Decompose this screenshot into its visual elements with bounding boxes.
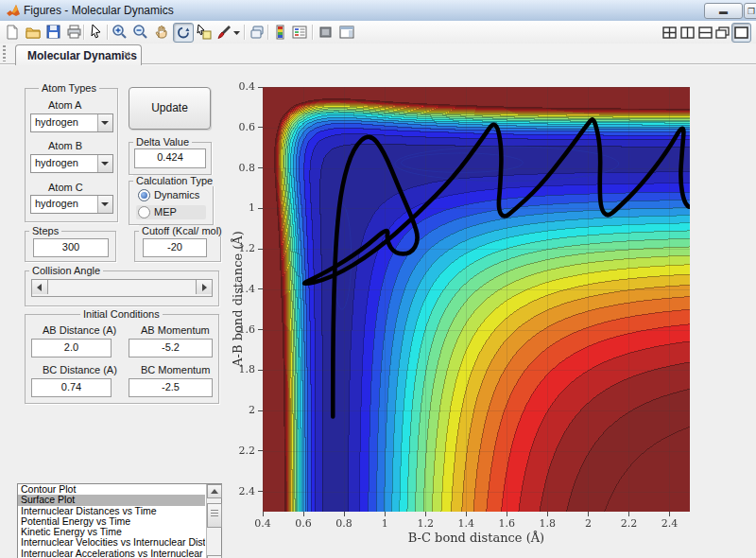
bc-momentum-field[interactable]: -2.5 (129, 378, 213, 397)
print-icon[interactable] (66, 24, 83, 41)
trajectory-line (304, 119, 690, 416)
ab-momentum-label: AB Momentum (141, 324, 210, 336)
save-icon[interactable] (45, 24, 62, 41)
radio-mep-label: MEP (154, 206, 177, 218)
list-item[interactable]: Internuclear Distances vs Time (18, 506, 205, 516)
tile-horizontal-icon[interactable] (698, 26, 713, 38)
list-item[interactable]: Surface Plot (18, 495, 205, 505)
listbox-vscrollbar[interactable] (206, 484, 221, 558)
pan-hand-icon[interactable] (153, 24, 170, 41)
collision-angle-slider[interactable] (31, 279, 213, 297)
update-button[interactable]: Update (129, 87, 211, 130)
tab-close-icon[interactable]: ✕ (123, 49, 130, 60)
chevron-down-icon (101, 202, 109, 206)
y-tick-mark (258, 288, 263, 289)
hide-plot-tools-icon[interactable] (318, 24, 335, 41)
open-folder-icon[interactable] (25, 24, 42, 41)
maximize-button[interactable]: ❐ (744, 3, 756, 19)
show-plot-tools-icon[interactable] (338, 24, 355, 41)
zoom-in-icon[interactable] (112, 24, 129, 41)
slider-right-arrow[interactable] (196, 280, 212, 294)
title-bar: Figures - Molecular Dynamics ▬ ❐ (0, 0, 756, 22)
y-tick-label: 0.8 (229, 162, 255, 174)
x-tick-label: 0.4 (251, 517, 274, 530)
cutoff-field[interactable]: -20 (143, 238, 207, 257)
x-tick-mark (263, 512, 264, 516)
atom-types-title: Atom Types (39, 82, 99, 94)
slider-left-arrow[interactable] (32, 280, 48, 294)
bc-distance-label: BC Distance (A) (43, 364, 117, 375)
toolbar-separator (312, 25, 313, 40)
atom-b-dropdown[interactable]: hydrogen (30, 154, 113, 173)
y-tick-mark (258, 491, 263, 492)
x-tick-label: 1.8 (536, 517, 558, 530)
list-item[interactable]: Potential Energy vs Time (18, 516, 205, 527)
drag-handle[interactable] (3, 45, 6, 61)
steps-group: Steps 300 (25, 231, 116, 262)
toolbar-separator (244, 25, 245, 40)
vscroll-thumb[interactable] (207, 503, 222, 528)
x-tick-mark (425, 512, 426, 516)
minimize-button[interactable]: ▬ (704, 3, 743, 19)
y-tick-label: 0.4 (229, 80, 255, 93)
copy-figure-icon[interactable] (249, 24, 266, 41)
atom-a-dropdown[interactable]: hydrogen (30, 113, 113, 132)
dropdown-button[interactable] (97, 196, 112, 213)
calculation-type-group: Calculation Type Dynamics MEP (129, 181, 214, 225)
cursor-arrow-icon[interactable] (88, 24, 105, 41)
list-item[interactable]: Internuclear Accelerations vs Internucle… (18, 549, 205, 558)
rotate-3d-icon[interactable] (173, 23, 194, 43)
tab-label: Molecular Dynamics (27, 49, 137, 62)
tab-molecular-dynamics[interactable]: Molecular Dynamics ✕ (15, 44, 142, 65)
cutoff-title: Cutoff (Kcal/ mol) (139, 225, 225, 236)
x-tick-mark (466, 512, 467, 516)
new-document-icon[interactable] (4, 24, 21, 41)
cascade-icon[interactable] (715, 26, 730, 38)
ab-distance-field[interactable]: 2.0 (31, 339, 112, 357)
list-item[interactable]: Internuclear Velocities vs Internuclear … (18, 537, 205, 548)
insert-colorbar-icon[interactable] (272, 24, 289, 41)
zoom-out-icon[interactable] (132, 24, 149, 41)
ab-momentum-field[interactable]: -5.2 (129, 339, 213, 357)
dropdown-button[interactable] (97, 114, 112, 131)
list-item[interactable]: Kinetic Energy vs Time (18, 527, 205, 537)
list-item[interactable]: Contour Plot (18, 484, 205, 495)
x-tick-label: 2 (576, 517, 599, 530)
y-tick-mark (258, 167, 263, 168)
plot-axes[interactable] (263, 87, 690, 512)
matlab-app-icon (6, 3, 21, 18)
delta-value-field[interactable]: 0.424 (134, 148, 206, 168)
radio-mep[interactable] (138, 206, 150, 218)
radio-dynamics-label: Dynamics (154, 189, 199, 201)
scroll-up-button[interactable] (207, 484, 222, 498)
y-tick-label: 2.4 (229, 485, 255, 497)
steps-field[interactable]: 300 (33, 238, 109, 257)
atom-b-value: hydrogen (35, 157, 78, 168)
bc-distance-field[interactable]: 0.74 (31, 378, 112, 397)
x-tick-label: 2.2 (617, 517, 640, 530)
ab-distance-label: AB Distance (A) (43, 324, 116, 336)
delta-value-title: Delta Value (133, 136, 192, 148)
control-panel: Atom Types Atom A hydrogen Atom B hydrog… (0, 63, 227, 558)
y-tick-mark (258, 87, 263, 88)
paint-brush-icon[interactable] (215, 24, 232, 41)
single-layout-icon[interactable] (731, 23, 751, 43)
bc-momentum-label: BC Momentum (141, 364, 210, 375)
x-tick-label: 1 (373, 517, 396, 530)
tile-grid-icon[interactable] (662, 26, 677, 38)
plot-type-listbox[interactable]: Contour PlotSurface PlotInternuclear Dis… (17, 483, 222, 558)
calculation-type-title: Calculation Type (133, 175, 215, 186)
brush-dropdown-icon[interactable] (232, 24, 241, 41)
atom-c-dropdown[interactable]: hydrogen (30, 195, 113, 214)
dropdown-button[interactable] (97, 155, 112, 172)
x-tick-mark (669, 512, 670, 516)
x-tick-label: 0.8 (333, 517, 355, 530)
contour-ring (395, 147, 619, 181)
figure-toolbar (0, 21, 756, 44)
radio-dynamics[interactable] (138, 189, 150, 201)
insert-legend-icon[interactable] (291, 24, 308, 41)
initial-conditions-group: Initial Conditions AB Distance (A) AB Mo… (25, 314, 219, 404)
y-axis-label: A-B bond distance (Å) (231, 231, 245, 367)
tile-vertical-icon[interactable] (680, 26, 695, 38)
data-cursor-icon[interactable] (196, 24, 213, 41)
